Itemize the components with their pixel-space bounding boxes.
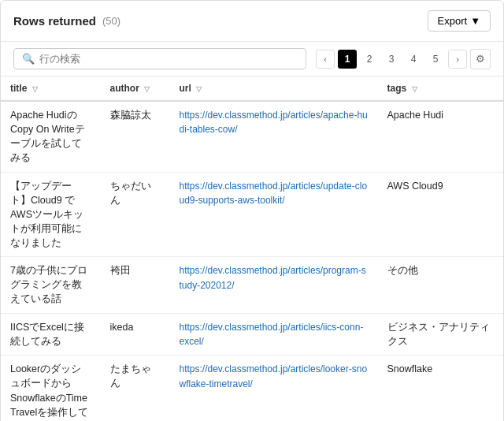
col-header-url[interactable]: url ▽ xyxy=(170,76,378,101)
cell-title: IICSでExcelに接続してみる xyxy=(1,313,101,356)
data-table: title ▽ author ▽ url ▽ tags ▽ Apache Hud… xyxy=(1,76,503,421)
cell-author: たまちゃん xyxy=(101,356,170,421)
settings-button[interactable]: ⚙ xyxy=(470,49,491,69)
cell-url[interactable]: https://dev.classmethod.jp/articles/apac… xyxy=(170,101,378,172)
cell-url[interactable]: https://dev.classmethod.jp/articles/upda… xyxy=(170,172,378,257)
table-row: 【アップデート】Cloud9 で AWSツールキットが利用可能になりましたちゃだ… xyxy=(1,172,503,257)
search-input[interactable] xyxy=(39,53,298,65)
cell-tags: Apache Hudi xyxy=(378,101,504,172)
prev-page-button[interactable]: ‹ xyxy=(316,50,335,69)
table-row: IICSでExcelに接続してみるikedahttps://dev.classm… xyxy=(1,313,503,356)
search-bar: 🔍 ‹ 1 2 3 4 5 › ⚙ xyxy=(1,42,503,76)
page-3-button[interactable]: 3 xyxy=(382,50,401,69)
cell-title: Apache HudiのCopy On Writeテーブルを試してみる xyxy=(1,101,101,172)
search-icon: 🔍 xyxy=(22,53,35,65)
sort-icon-url: ▽ xyxy=(196,85,202,93)
page-1-button[interactable]: 1 xyxy=(338,50,357,69)
main-container: Rows returned (50) Export ▼ 🔍 ‹ 1 2 3 4 … xyxy=(0,0,504,421)
cell-author: ikeda xyxy=(101,313,170,356)
page-4-button[interactable]: 4 xyxy=(404,50,423,69)
table-header-row: title ▽ author ▽ url ▽ tags ▽ xyxy=(1,76,503,101)
page-5-button[interactable]: 5 xyxy=(426,50,445,69)
export-chevron-icon: ▼ xyxy=(470,15,480,27)
table-body: Apache HudiのCopy On Writeテーブルを試してみる森脇諒太h… xyxy=(1,101,503,421)
cell-url[interactable]: https://dev.classmethod.jp/articles/iics… xyxy=(170,313,378,356)
cell-tags: ビジネス・アナリティクス xyxy=(378,313,504,356)
cell-author: ちゃだいん xyxy=(101,172,170,257)
col-header-tags[interactable]: tags ▽ xyxy=(378,76,504,101)
cell-url[interactable]: https://dev.classmethod.jp/articles/look… xyxy=(170,356,378,421)
table-row: Apache HudiのCopy On Writeテーブルを試してみる森脇諒太h… xyxy=(1,101,503,172)
page-2-button[interactable]: 2 xyxy=(360,50,379,69)
rows-title: Rows returned xyxy=(13,14,96,28)
cell-tags: AWS Cloud9 xyxy=(378,172,504,257)
cell-tags: その他 xyxy=(378,257,504,313)
sort-icon-title: ▽ xyxy=(32,85,38,93)
export-label: Export xyxy=(438,15,468,27)
cell-title: LookerのダッシュボードからSnowflakeのTime Travelを操作… xyxy=(1,356,101,421)
cell-author: 袴田 xyxy=(101,257,170,313)
export-button[interactable]: Export ▼ xyxy=(428,10,491,32)
header: Rows returned (50) Export ▼ xyxy=(1,1,503,42)
pagination: ‹ 1 2 3 4 5 › ⚙ xyxy=(316,49,491,69)
col-header-title[interactable]: title ▽ xyxy=(1,76,101,101)
table-row: 7歳の子供にプログラミングを教えている話袴田https://dev.classm… xyxy=(1,257,503,313)
rows-count: (50) xyxy=(102,15,120,27)
cell-author: 森脇諒太 xyxy=(101,101,170,172)
search-input-wrapper[interactable]: 🔍 xyxy=(13,48,306,69)
sort-icon-tags: ▽ xyxy=(412,85,417,93)
table-row: LookerのダッシュボードからSnowflakeのTime Travelを操作… xyxy=(1,356,503,421)
sort-icon-author: ▽ xyxy=(144,85,150,93)
header-left: Rows returned (50) xyxy=(13,14,120,28)
cell-url[interactable]: https://dev.classmethod.jp/articles/prog… xyxy=(170,257,378,313)
next-page-button[interactable]: › xyxy=(448,50,467,69)
cell-title: 7歳の子供にプログラミングを教えている話 xyxy=(1,257,101,313)
col-header-author[interactable]: author ▽ xyxy=(101,76,170,101)
cell-title: 【アップデート】Cloud9 で AWSツールキットが利用可能になりました xyxy=(1,172,101,257)
cell-tags: Snowflake xyxy=(378,356,504,421)
